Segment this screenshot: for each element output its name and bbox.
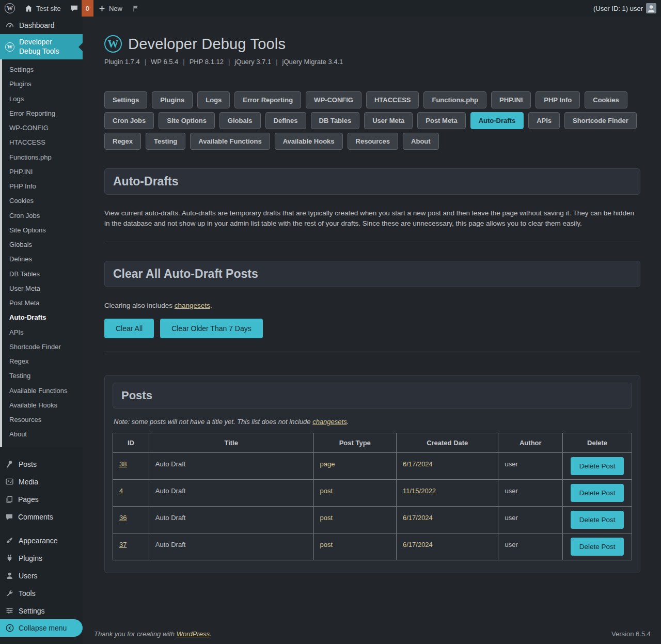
- sidebar-item-label: Posts: [19, 460, 37, 468]
- sidebar-item-media[interactable]: Media: [0, 473, 83, 491]
- submenu-item-testing[interactable]: Testing: [2, 369, 83, 383]
- tab-resources[interactable]: Resources: [348, 133, 398, 150]
- submenu-item-cookies[interactable]: Cookies: [2, 194, 83, 208]
- wordpress-logo-icon: W: [5, 3, 15, 13]
- submenu-item-cron-jobs[interactable]: Cron Jobs: [2, 209, 83, 223]
- submenu-item-defines[interactable]: Defines: [2, 252, 83, 266]
- post-id-cell: 36: [113, 507, 149, 533]
- submenu-item-about[interactable]: About: [2, 427, 83, 442]
- submenu-item-auto-drafts[interactable]: Auto-Drafts: [2, 310, 83, 325]
- sidebar-item-posts[interactable]: Posts: [0, 455, 83, 473]
- changesets-link[interactable]: changesets: [175, 302, 210, 309]
- post-id-link[interactable]: 38: [119, 460, 127, 468]
- submenu-item-functions-php[interactable]: Functions.php: [2, 150, 83, 165]
- tab-site-options[interactable]: Site Options: [159, 112, 215, 129]
- submenu-item-site-options[interactable]: Site Options: [2, 223, 83, 238]
- submenu-item-error-reporting[interactable]: Error Reporting: [2, 106, 83, 121]
- tab-php-info[interactable]: PHP Info: [536, 91, 580, 108]
- post-id-link[interactable]: 4: [119, 487, 123, 495]
- debug-tools-submenu: Settings Plugins Logs Error Reporting WP…: [0, 59, 83, 447]
- my-account-menu[interactable]: (User ID: 1) user: [589, 0, 661, 17]
- pin-icon: [5, 460, 14, 468]
- tab-plugins[interactable]: Plugins: [152, 91, 193, 108]
- delete-post-button[interactable]: Delete Post: [571, 484, 624, 502]
- tab-functions-php[interactable]: Functions.php: [423, 91, 486, 108]
- sidebar-item-users[interactable]: Users: [0, 567, 83, 585]
- sidebar-item-label: Developer Debug Tools: [19, 38, 70, 56]
- tab-bar: Settings Plugins Logs Error Reporting WP…: [104, 91, 640, 150]
- sidebar-item-developer-debug-tools[interactable]: W Developer Debug Tools: [0, 34, 83, 59]
- tab-error-reporting[interactable]: Error Reporting: [234, 91, 301, 108]
- sidebar-item-plugins[interactable]: Plugins: [0, 549, 83, 567]
- flag-menu[interactable]: [127, 0, 144, 17]
- tab-cookies[interactable]: Cookies: [585, 91, 627, 108]
- wordpress-link[interactable]: WordPress: [177, 630, 210, 638]
- clear-older-button[interactable]: Clear Older Than 7 Days: [160, 319, 263, 338]
- table-row: 37 Auto Draft post 6/17/2024 user Delete…: [113, 533, 632, 560]
- clear-all-title: Clear All Auto-Draft Posts: [113, 267, 632, 281]
- tab-testing[interactable]: Testing: [146, 133, 185, 150]
- delete-post-button[interactable]: Delete Post: [571, 457, 624, 475]
- main-content: W Developer Debug Tools Plugin 1.7.4WP 6…: [83, 17, 661, 644]
- submenu-item-resources[interactable]: Resources: [2, 413, 83, 427]
- delete-post-button[interactable]: Delete Post: [571, 538, 624, 556]
- post-id-link[interactable]: 36: [119, 514, 127, 522]
- tab-apis[interactable]: APIs: [528, 112, 560, 129]
- submenu-item-available-hooks[interactable]: Available Hooks: [2, 398, 83, 413]
- flag-icon: [132, 5, 139, 12]
- submenu-item-user-meta[interactable]: User Meta: [2, 281, 83, 296]
- comments-menu[interactable]: 0: [66, 0, 93, 17]
- posts-title: Posts: [121, 389, 623, 402]
- clear-all-button[interactable]: Clear All: [104, 319, 154, 338]
- tab-globals[interactable]: Globals: [219, 112, 261, 129]
- sidebar-item-dashboard[interactable]: Dashboard: [0, 17, 83, 34]
- submenu-item-settings[interactable]: Settings: [2, 62, 83, 77]
- wp-logo-menu[interactable]: W: [0, 0, 20, 17]
- submenu-item-php-ini[interactable]: PHP.INI: [2, 165, 83, 179]
- site-name-menu[interactable]: Test site: [20, 0, 66, 17]
- delete-post-button[interactable]: Delete Post: [571, 511, 624, 529]
- new-content-menu[interactable]: New: [93, 0, 127, 17]
- collapse-menu-button[interactable]: Collapse menu: [0, 619, 83, 637]
- sidebar-item-comments[interactable]: Comments: [0, 508, 83, 526]
- tab-logs[interactable]: Logs: [197, 91, 230, 108]
- tab-defines[interactable]: Defines: [265, 112, 306, 129]
- tab-about[interactable]: About: [403, 133, 439, 150]
- changesets-link[interactable]: changesets: [312, 418, 347, 426]
- submenu-item-available-functions[interactable]: Available Functions: [2, 384, 83, 398]
- sidebar-item-label: Tools: [19, 589, 36, 598]
- tab-available-hooks[interactable]: Available Hooks: [275, 133, 343, 150]
- tab-db-tables[interactable]: DB Tables: [311, 112, 360, 129]
- tab-settings[interactable]: Settings: [104, 91, 147, 108]
- tab-user-meta[interactable]: User Meta: [364, 112, 413, 129]
- tab-shortcode-finder[interactable]: Shortcode Finder: [564, 112, 637, 129]
- tab-regex[interactable]: Regex: [104, 133, 141, 150]
- tab-auto-drafts[interactable]: Auto-Drafts: [470, 112, 524, 129]
- tab-post-meta[interactable]: Post Meta: [417, 112, 465, 129]
- submenu-item-regex[interactable]: Regex: [2, 354, 83, 369]
- tab-htaccess[interactable]: HTACCESS: [366, 91, 419, 108]
- submenu-item-post-meta[interactable]: Post Meta: [2, 296, 83, 310]
- submenu-item-shortcode-finder[interactable]: Shortcode Finder: [2, 340, 83, 354]
- sidebar-item-appearance[interactable]: Appearance: [0, 532, 83, 549]
- sidebar-item-tools[interactable]: Tools: [0, 585, 83, 602]
- post-title-cell: Auto Draft: [149, 453, 313, 480]
- new-label: New: [109, 5, 122, 12]
- submenu-item-db-tables[interactable]: DB Tables: [2, 267, 83, 281]
- tab-available-functions[interactable]: Available Functions: [190, 133, 270, 150]
- post-id-link[interactable]: 37: [119, 541, 127, 548]
- author-cell: user: [498, 480, 563, 507]
- submenu-item-logs[interactable]: Logs: [2, 92, 83, 106]
- submenu-item-htaccess[interactable]: HTACCESS: [2, 135, 83, 150]
- submenu-item-wp-config[interactable]: WP-CONFIG: [2, 121, 83, 135]
- tab-cron-jobs[interactable]: Cron Jobs: [104, 112, 154, 129]
- submenu-item-plugins[interactable]: Plugins: [2, 77, 83, 91]
- sidebar-item-pages[interactable]: Pages: [0, 491, 83, 508]
- sidebar-item-label: Users: [19, 572, 38, 580]
- tab-wp-config[interactable]: WP-CONFIG: [306, 91, 361, 108]
- submenu-item-apis[interactable]: APIs: [2, 325, 83, 340]
- submenu-item-php-info[interactable]: PHP Info: [2, 179, 83, 194]
- submenu-item-globals[interactable]: Globals: [2, 238, 83, 252]
- sidebar-item-settings[interactable]: Settings: [0, 602, 83, 620]
- tab-php-ini[interactable]: PHP.INI: [491, 91, 531, 108]
